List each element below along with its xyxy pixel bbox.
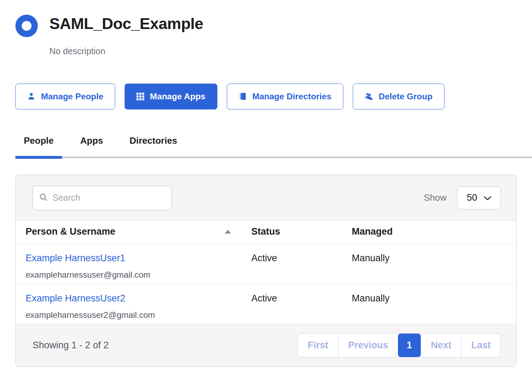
- manage-people-label: Manage People: [41, 92, 103, 101]
- table-row: Example HarnessUser1 exampleharnessuser@…: [16, 244, 516, 284]
- person-cell: Example HarnessUser1 exampleharnessuser@…: [16, 253, 251, 284]
- page-title: SAML_Doc_Example: [49, 15, 203, 33]
- manage-apps-label: Manage Apps: [150, 92, 205, 101]
- pagination-previous[interactable]: Previous: [338, 334, 398, 357]
- action-buttons: Manage People Manage Apps: [15, 84, 517, 109]
- pagination: First Previous 1 Next Last: [298, 333, 501, 357]
- column-person-username-label: Person & Username: [26, 226, 115, 237]
- search-box[interactable]: [33, 186, 172, 210]
- person-username: exampleharnessuser@gmail.com: [26, 270, 251, 280]
- delete-group-button[interactable]: Delete Group: [353, 84, 444, 109]
- pagination-next[interactable]: Next: [421, 334, 461, 357]
- pagination-last[interactable]: Last: [461, 334, 500, 357]
- show-label: Show: [424, 192, 447, 203]
- grid-icon: [136, 93, 144, 100]
- status-value: Active: [251, 253, 352, 284]
- managed-value: Manually: [352, 253, 516, 284]
- column-person-username[interactable]: Person & Username: [16, 226, 251, 237]
- managed-value: Manually: [352, 293, 516, 324]
- person-icon: [27, 92, 35, 100]
- pagination-page-1[interactable]: 1: [398, 334, 421, 357]
- page-size-value: 50: [467, 192, 477, 203]
- person-username: exampleharnessuser2@gmail.com: [26, 310, 251, 320]
- group-icon: [15, 15, 38, 37]
- search-icon: [38, 192, 48, 204]
- page-header: SAML_Doc_Example No description: [15, 15, 517, 56]
- directory-icon: [239, 92, 247, 100]
- tab-apps[interactable]: Apps: [72, 135, 111, 146]
- tab-bar: People Apps Directories: [15, 135, 517, 158]
- manage-people-button[interactable]: Manage People: [15, 84, 115, 109]
- manage-directories-label: Manage Directories: [252, 92, 331, 101]
- manage-directories-button[interactable]: Manage Directories: [227, 84, 343, 109]
- result-summary: Showing 1 - 2 of 2: [33, 340, 109, 351]
- column-status: Status: [251, 226, 352, 237]
- search-input[interactable]: [52, 192, 166, 203]
- table-footer: Showing 1 - 2 of 2 First Previous 1 Next…: [16, 324, 516, 366]
- header-text: SAML_Doc_Example No description: [49, 15, 203, 56]
- status-value: Active: [251, 293, 352, 324]
- page-size-select[interactable]: 50: [457, 186, 501, 209]
- sort-ascending-icon: [225, 230, 231, 234]
- table-header-row: Person & Username Status Managed: [16, 220, 516, 244]
- person-cell: Example HarnessUser2 exampleharnessuser2…: [16, 293, 251, 324]
- person-link[interactable]: Example HarnessUser2: [26, 293, 125, 304]
- column-managed: Managed: [352, 226, 516, 237]
- people-table-card: Show 50 Person & Username Status Managed: [15, 175, 517, 367]
- person-link[interactable]: Example HarnessUser1: [26, 253, 125, 263]
- table-toolbar: Show 50: [16, 175, 516, 220]
- chevron-down-icon: [484, 192, 491, 203]
- table-row: Example HarnessUser2 exampleharnessuser2…: [16, 284, 516, 324]
- group-description: No description: [49, 46, 203, 56]
- delete-group-label: Delete Group: [379, 92, 433, 101]
- manage-apps-button[interactable]: Manage Apps: [125, 84, 217, 109]
- tab-directories[interactable]: Directories: [121, 135, 186, 146]
- person-remove-icon: [365, 92, 373, 101]
- group-detail-page: SAML_Doc_Example No description Manage P…: [0, 0, 532, 367]
- tab-people[interactable]: People: [15, 135, 62, 146]
- pagination-first[interactable]: First: [298, 334, 338, 357]
- show-group: Show 50: [424, 186, 501, 209]
